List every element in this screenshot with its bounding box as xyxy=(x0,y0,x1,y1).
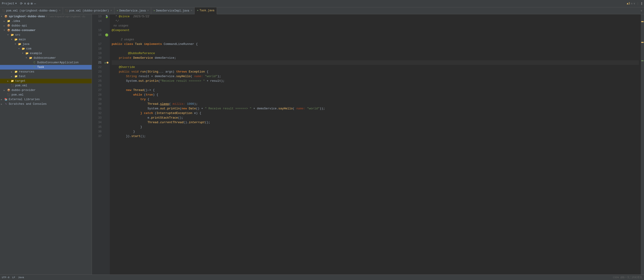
tab-label: pom.xml (springboot-dubbo-demo) xyxy=(6,9,58,13)
tab-task[interactable]: ● Task.java xyxy=(194,7,217,14)
split-icon[interactable]: ≡ xyxy=(640,10,642,12)
code-editor[interactable]: * @since 2023/5/22 */ no usages @Compone… xyxy=(110,14,641,274)
sidebar-item-test[interactable]: ▶ 📁 test xyxy=(0,74,92,79)
gutter-27 xyxy=(104,88,110,93)
classname-Thread: Thread xyxy=(133,88,144,93)
sidebar-item-external-libraries[interactable]: ▶ 📚 External Libraries xyxy=(0,97,92,102)
brace-open: { xyxy=(194,42,198,47)
gear-icon[interactable]: ⚙ xyxy=(27,2,29,6)
line-num-16: 16 xyxy=(92,33,104,37)
java-folder-icon: 📂 xyxy=(18,42,22,46)
module-icon: 📦 xyxy=(7,29,10,32)
sidebar-item-src[interactable]: ▼ 📂 src xyxy=(0,33,92,37)
toolbar: Project ▼ ⟳ ≡ ⚙ ⊞ — ▲3 ∧ ∨ | ▐ xyxy=(0,0,644,7)
tab-pom-springboot[interactable]: ⬛ pom.xml (springboot-dubbo-demo) × xyxy=(0,7,63,14)
kw-public: public xyxy=(112,42,124,47)
lambda-arrow: ()-> { xyxy=(144,88,154,93)
gutter-16: 🟢 xyxy=(104,33,110,37)
sidebar-item-main[interactable]: ▼ 📂 main xyxy=(0,37,92,42)
error-stripe-1 xyxy=(641,21,644,22)
tab-pom-provider[interactable]: ⬛ pom.xml (dubbo-provider) × xyxy=(63,7,114,14)
run-icon[interactable]: ▶ xyxy=(105,61,106,64)
sidebar-item-dubbo-consumer[interactable]: ▼ 📦 dubbo-consumer xyxy=(0,28,92,33)
sidebar-item-springboot-dubbo-demo[interactable]: ▼ 📦 springboot-dubbo-demo F:\workspace\s… xyxy=(0,14,92,19)
paren-catch: ( xyxy=(154,111,156,116)
tab-bar: ⬛ pom.xml (springboot-dubbo-demo) × ⬛ po… xyxy=(0,7,644,14)
sidebar-item-dubbo-provider[interactable]: ▶ 📦 dubbo-provider xyxy=(0,88,92,93)
sidebar-item-java[interactable]: ▼ 📂 java xyxy=(0,42,92,47)
no-usages-text: no usages xyxy=(114,24,128,28)
status-line-sep: LF xyxy=(12,276,15,279)
tree-item-label: pom.xml xyxy=(15,84,27,87)
com-folder-icon: 📂 xyxy=(22,47,25,51)
sidebar-item-idea[interactable]: ▶ 📁 .idea xyxy=(0,19,92,24)
sidebar-item-resources[interactable]: ▶ 📁 resources xyxy=(0,70,92,74)
sidebar-item-dubbo-api[interactable]: ▶ 📦 dubbo-api xyxy=(0,24,92,28)
method-interrupt: interrupt xyxy=(189,120,205,125)
gutter-20 xyxy=(104,56,110,60)
tab-demoimpl[interactable]: ● DemoServiceImpl.java × xyxy=(151,7,194,14)
tab-close-icon[interactable]: × xyxy=(110,10,112,12)
expand-arrow: ▼ xyxy=(7,34,10,36)
expand-arrow: ▼ xyxy=(1,16,4,18)
project-dropdown-icon[interactable]: ▼ xyxy=(16,2,17,5)
settings-icon[interactable]: ≡ xyxy=(24,2,26,6)
sidebar-item-scratches-consoles[interactable]: ▶ ✎ Scratches and Consoles xyxy=(0,102,92,106)
side-panel-icon[interactable]: ▐ xyxy=(640,2,642,5)
toolbar-right: ▲3 ∧ ∨ | ▐ xyxy=(627,2,642,5)
sidebar-item-pom-consumer[interactable]: ⬛ pom.xml xyxy=(0,83,92,88)
annotation-component: @Component xyxy=(112,28,130,33)
semi-start: (); xyxy=(140,134,146,138)
sidebar-item-dubboconsumer[interactable]: ▼ 📂 dubboconsumer xyxy=(0,56,92,60)
annotation-since: @since xyxy=(119,14,130,19)
java-class-icon: C xyxy=(33,65,36,69)
code-line-17: public class Task implements CommandLine… xyxy=(112,42,639,47)
paren-sh2-close: )); xyxy=(320,106,325,111)
sidebar-item-target[interactable]: ▶ 📁 target xyxy=(0,79,92,83)
exception-type: Exception xyxy=(189,70,205,74)
layout-icon[interactable]: ⊞ xyxy=(30,2,32,6)
expand-arrow: ▶ xyxy=(4,25,6,27)
line-num-13: 13 xyxy=(92,14,104,19)
method-run: run xyxy=(140,70,146,74)
collapse-icon[interactable]: ∨ xyxy=(634,2,635,5)
test-folder-icon: 📁 xyxy=(14,75,18,78)
line-num-20: 20 xyxy=(92,56,104,60)
tree-item-label: dubboconsumer xyxy=(34,56,56,60)
sidebar-item-Task[interactable]: C Task xyxy=(0,65,92,70)
warning-badge[interactable]: ▲3 xyxy=(627,2,630,5)
tree-item-label: DubboConsumerApplication xyxy=(37,61,78,64)
module-icon: 📦 xyxy=(4,15,8,19)
tab-demoservice[interactable]: ● DemoService.java × xyxy=(114,7,151,14)
sidebar-item-pom-root[interactable]: ⬛ pom.xml xyxy=(0,93,92,97)
line-num-31: 31 xyxy=(92,106,104,111)
tree-item-label: target xyxy=(15,79,26,83)
line-num-17: 17 xyxy=(92,42,104,47)
tab-close-icon[interactable]: × xyxy=(191,10,192,12)
tab-close-icon[interactable]: × xyxy=(59,10,60,12)
expand-icon[interactable]: ∧ xyxy=(631,2,632,5)
code-line-32: } catch (InterruptedException e) { xyxy=(112,111,639,116)
sidebar-item-example[interactable]: ▼ 📂 example xyxy=(0,51,92,56)
code-line-21-blank xyxy=(112,60,639,65)
code-line-24: String result = demoService.sayHello( na… xyxy=(112,74,639,79)
line-num-37: 37 xyxy=(92,134,104,138)
status-bar: UTF-8 LF Java CSDN @独一无二的哈密瓜 xyxy=(0,274,644,280)
minimize-icon[interactable]: — xyxy=(34,2,36,6)
tree-item-label: Task xyxy=(37,66,44,69)
gutter-32 xyxy=(104,111,110,116)
sidebar-item-com[interactable]: ▼ 📂 com xyxy=(0,47,92,51)
sync-icon[interactable]: ⟳ xyxy=(20,2,23,6)
thread-start: }). xyxy=(126,134,131,138)
project-selector[interactable]: Project ▼ xyxy=(2,2,17,5)
line-num-30: 30 xyxy=(92,102,104,106)
expand-arrow: ▼ xyxy=(15,43,18,45)
tab-close-icon[interactable]: × xyxy=(147,10,149,12)
tree-item-label: dubbo-api xyxy=(12,24,27,27)
expand-arrow: ▼ xyxy=(26,57,28,59)
comment-span: * xyxy=(112,14,119,19)
kw-void: void xyxy=(132,70,140,74)
example-folder-icon: 📂 xyxy=(25,52,29,55)
sidebar-item-DubboConsumerApplication[interactable]: C DubboConsumerApplication xyxy=(0,60,92,65)
line-num-28: 28 xyxy=(92,93,104,97)
